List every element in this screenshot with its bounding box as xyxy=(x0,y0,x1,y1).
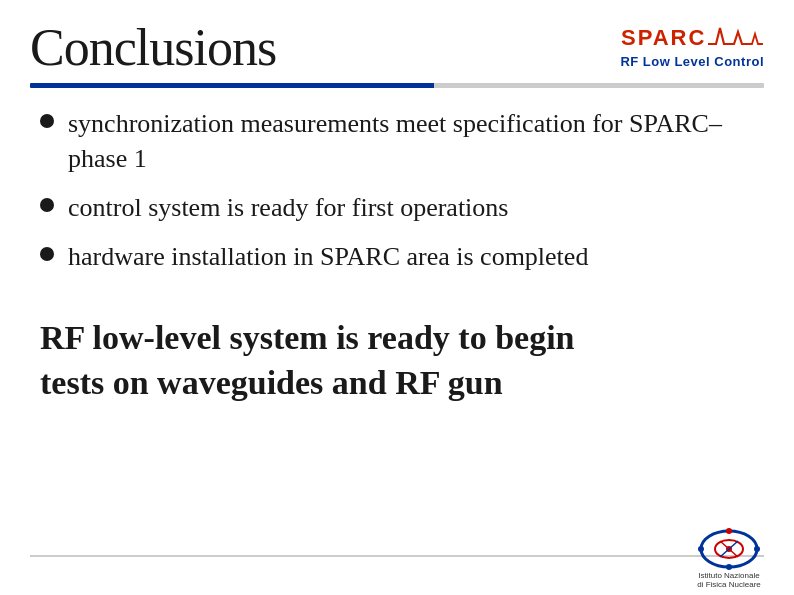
slide: Conclusions SPARC RF Low Level Control xyxy=(0,0,794,595)
svg-point-4 xyxy=(698,546,704,552)
bullet-list: synchronization measurements meet specif… xyxy=(40,106,754,274)
sparc-logo: SPARC RF Low Level Control xyxy=(620,18,764,69)
conclusion-line-2: tests on waveguides and RF gun xyxy=(40,361,754,405)
page-title: Conclusions xyxy=(30,18,276,77)
bottom-divider xyxy=(30,555,764,557)
infn-logo-icon xyxy=(694,521,764,571)
sparc-wave-icon xyxy=(708,24,763,52)
sparc-text: SPARC xyxy=(621,25,706,51)
header: Conclusions SPARC RF Low Level Control xyxy=(0,0,794,77)
list-item: hardware installation in SPARC area is c… xyxy=(40,239,754,274)
bullet-text-2: control system is ready for first operat… xyxy=(68,190,754,225)
svg-point-2 xyxy=(726,528,732,534)
infn-logo: Istituto Nazionale di Fisica Nucleare xyxy=(694,521,764,590)
list-item: control system is ready for first operat… xyxy=(40,190,754,225)
rf-label: RF Low Level Control xyxy=(620,54,764,69)
svg-point-5 xyxy=(754,546,760,552)
svg-point-3 xyxy=(726,564,732,570)
content-area: synchronization measurements meet specif… xyxy=(0,88,794,298)
conclusion-section: RF low-level system is ready to begin te… xyxy=(0,298,794,404)
bullet-dot xyxy=(40,114,54,128)
list-item: synchronization measurements meet specif… xyxy=(40,106,754,176)
bullet-dot xyxy=(40,247,54,261)
bullet-dot xyxy=(40,198,54,212)
bullet-text-3: hardware installation in SPARC area is c… xyxy=(68,239,754,274)
conclusion-line-1: RF low-level system is ready to begin xyxy=(40,316,754,360)
infn-text-1: Istituto Nazionale xyxy=(697,571,761,581)
infn-text-2: di Fisica Nucleare xyxy=(697,580,761,590)
bullet-text-1: synchronization measurements meet specif… xyxy=(68,106,754,176)
